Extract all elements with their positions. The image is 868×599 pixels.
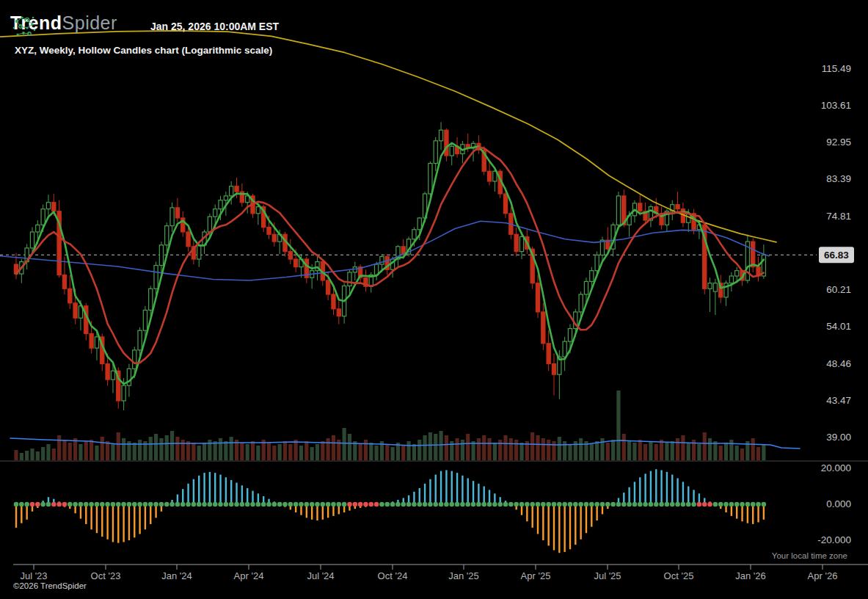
price-axis-label: 39.00	[826, 432, 851, 443]
slow-ma-line-red	[16, 148, 764, 363]
price-axis-label: 92.95	[826, 137, 851, 148]
time-axis-label: Oct '25	[664, 570, 694, 581]
time-axis-label: Apr '25	[521, 570, 551, 581]
time-axis-label: Apr '26	[808, 570, 838, 581]
price-axis-label: 48.46	[826, 358, 851, 369]
timezone-note[interactable]: Your local time zone	[772, 551, 847, 560]
volume-series	[14, 391, 765, 460]
price-axis-label: 74.81	[826, 211, 851, 222]
price-axis-label: 60.21	[826, 284, 851, 295]
last-price-badge: 66.83	[819, 247, 854, 263]
indicator-axis[interactable]: 20.0000.000-20.000	[817, 462, 851, 545]
time-axis-label: Oct '24	[378, 570, 408, 581]
fast-ma-line-green	[16, 143, 764, 384]
candlestick-series	[14, 122, 765, 410]
price-axis-label: 54.01	[826, 321, 851, 332]
chart-timestamp: Jan 25, 2026 10:00AM EST	[150, 21, 279, 32]
time-axis-label: Apr '24	[234, 570, 264, 581]
indicator-axis-label: -20.000	[817, 534, 851, 545]
logo-text-spider: Spider	[62, 12, 117, 34]
copyright: ©2026 TrendSpider	[13, 581, 87, 590]
time-axis-label: Jan '26	[735, 570, 766, 581]
long-ma-line-yellow	[0, 31, 776, 242]
last-price-badge-text: 66.83	[824, 250, 849, 261]
time-axis-label: Jan '24	[161, 570, 192, 581]
time-axis-label: Oct '23	[91, 570, 121, 581]
time-axis-label: Jul '23	[20, 570, 47, 581]
time-axis[interactable]: Jul '23Oct '23Jan '24Apr '24Jul '24Oct '…	[13, 564, 868, 581]
chart-title: XYZ, Weekly, Hollow Candles chart (Logar…	[15, 45, 272, 56]
trendspider-app: 115.49103.6192.9583.3974.8167.1160.2154.…	[0, 0, 868, 599]
price-axis-label: 83.39	[826, 173, 851, 184]
price-axis-label: 115.49	[822, 63, 851, 74]
price-axis-label: 43.47	[826, 395, 851, 406]
indicator-axis-label: 0.000	[826, 498, 851, 509]
price-axis-label: 103.61	[821, 100, 851, 111]
mid-ma-line-blue	[0, 221, 769, 280]
time-axis-label: Jul '24	[307, 570, 334, 581]
trendspider-logo-icon	[10, 12, 38, 40]
oscillator-histogram	[14, 469, 766, 553]
time-axis-label: Jan '25	[448, 570, 479, 581]
main-chart-canvas[interactable]: 115.49103.6192.9583.3974.8167.1160.2154.…	[0, 0, 868, 599]
indicator-axis-label: 20.000	[821, 462, 851, 473]
trendspider-logo[interactable]: TrendSpider	[10, 12, 117, 34]
time-axis-label: Jul '25	[594, 570, 621, 581]
